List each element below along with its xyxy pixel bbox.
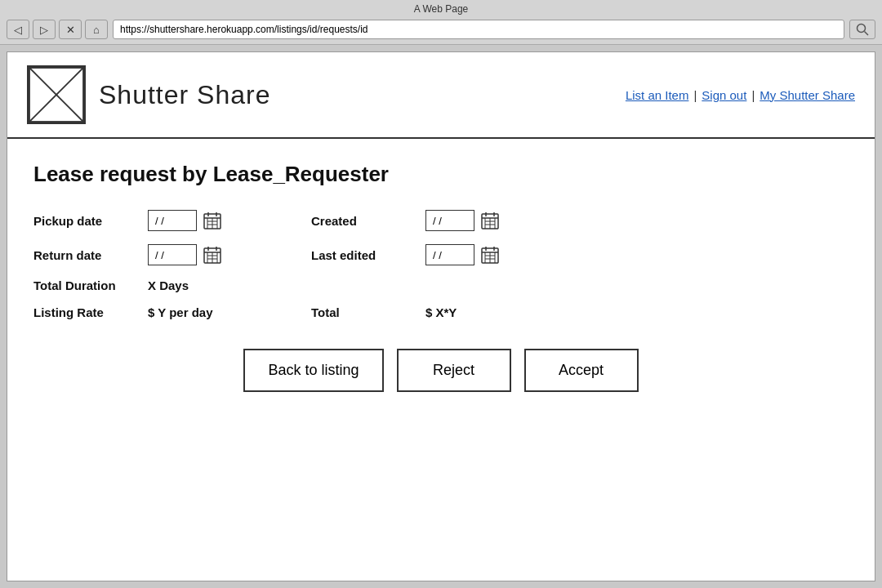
return-date-row: Return date — [33, 244, 311, 265]
home-button[interactable]: ⌂ — [85, 20, 108, 39]
list-an-item-link[interactable]: List an Item — [626, 88, 689, 102]
logo-box — [27, 65, 86, 124]
total-duration-row: Total Duration X Days — [33, 278, 311, 292]
total-duration-label: Total Duration — [33, 278, 140, 292]
main-content: Lease request by Lease_Requester Pickup … — [7, 139, 875, 581]
my-shutter-share-link[interactable]: My Shutter Share — [760, 88, 855, 102]
last-edited-calendar-icon[interactable] — [479, 244, 501, 265]
nav-buttons: ◁ ▷ ✕ ⌂ — [7, 20, 108, 39]
listing-rate-label: Listing Rate — [33, 305, 140, 319]
return-date-calendar-icon[interactable] — [202, 244, 223, 265]
created-input[interactable] — [425, 210, 474, 231]
return-date-field — [148, 244, 223, 265]
header-nav: List an Item | Sign out | My Shutter Sha… — [626, 88, 855, 102]
total-row: Total $ X*Y — [311, 305, 589, 319]
search-icon — [856, 23, 869, 36]
page-wrapper: Shutter Share List an Item | Sign out | … — [7, 51, 875, 581]
stop-button[interactable]: ✕ — [59, 20, 82, 39]
back-button[interactable]: ◁ — [7, 20, 29, 39]
reject-button[interactable]: Reject — [397, 349, 511, 392]
last-edited-row: Last edited — [311, 244, 589, 265]
logo-icon — [29, 67, 84, 122]
sign-out-link[interactable]: Sign out — [702, 88, 746, 102]
created-row: Created — [311, 210, 589, 231]
nav-separator-2: | — [751, 88, 755, 102]
last-edited-input[interactable] — [425, 244, 474, 265]
page-heading: Lease request by Lease_Requester — [33, 162, 849, 187]
site-title: Shutter Share — [99, 80, 270, 110]
browser-chrome: A Web Page ◁ ▷ ✕ ⌂ — [0, 0, 882, 45]
last-edited-label: Last edited — [311, 248, 417, 262]
total-duration-value: X Days — [148, 278, 189, 292]
address-bar[interactable] — [113, 20, 844, 39]
total-label: Total — [311, 305, 417, 319]
created-label: Created — [311, 214, 417, 228]
browser-toolbar: ◁ ▷ ✕ ⌂ — [0, 16, 882, 44]
created-field — [425, 210, 501, 231]
svg-point-0 — [858, 24, 866, 33]
pickup-date-label: Pickup date — [33, 214, 140, 228]
action-bar: Back to listing Reject Accept — [33, 332, 849, 418]
logo-container: Shutter Share — [27, 65, 270, 124]
total-duration-row-right — [311, 278, 589, 292]
return-date-input[interactable] — [148, 244, 197, 265]
total-value: $ X*Y — [425, 305, 457, 319]
listing-rate-row: Listing Rate $ Y per day — [33, 305, 311, 319]
accept-button[interactable]: Accept — [524, 349, 639, 392]
form-grid: Pickup date — [33, 210, 589, 332]
nav-separator-1: | — [693, 88, 697, 102]
pickup-date-calendar-icon[interactable] — [202, 210, 223, 231]
return-date-label: Return date — [33, 248, 140, 262]
site-header: Shutter Share List an Item | Sign out | … — [7, 52, 875, 139]
back-to-listing-button[interactable]: Back to listing — [243, 349, 383, 392]
listing-rate-value: $ Y per day — [148, 305, 213, 319]
pickup-date-field — [148, 210, 223, 231]
svg-line-1 — [865, 32, 869, 36]
pickup-date-input[interactable] — [148, 210, 197, 231]
search-button[interactable] — [849, 20, 875, 39]
browser-title: A Web Page — [0, 0, 882, 16]
created-calendar-icon[interactable] — [479, 210, 501, 231]
forward-button[interactable]: ▷ — [33, 20, 56, 39]
pickup-date-row: Pickup date — [33, 210, 311, 231]
last-edited-field — [425, 244, 501, 265]
